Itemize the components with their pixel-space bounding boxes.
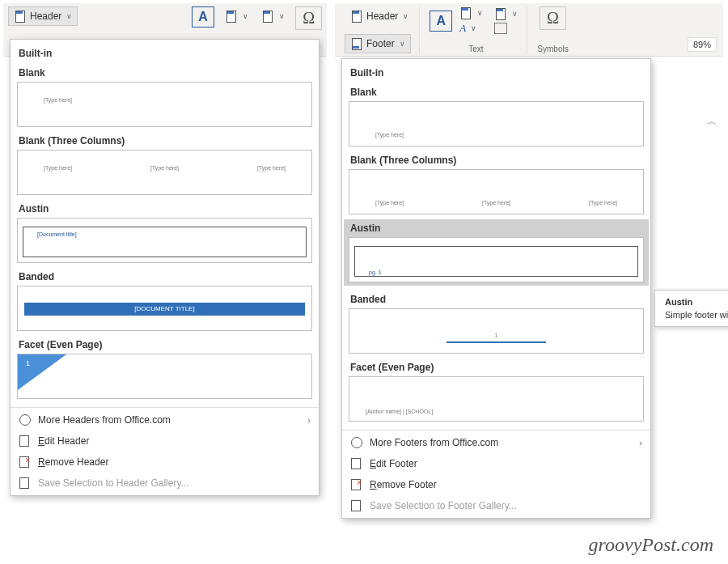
- watermark: groovyPost.com: [589, 534, 713, 556]
- gallery-item-three-columns[interactable]: Blank (Three Columns) [Type here] [Type …: [17, 132, 312, 195]
- thumb-banded: [DOCUMENT TITLE]: [17, 286, 312, 331]
- thumb-austin: [Document title]: [17, 218, 312, 263]
- chevron-down-icon: ∨: [400, 40, 405, 48]
- zoom-level[interactable]: 89%: [688, 37, 717, 52]
- edit-icon: [350, 458, 363, 469]
- omega-icon: Ω: [303, 9, 315, 28]
- thumb-facet: 1: [17, 354, 312, 399]
- quick-parts-button-r[interactable]: ∨: [455, 6, 487, 19]
- gallery-item-austin[interactable]: Austin [Document title]: [17, 200, 312, 263]
- textbox-icon[interactable]: A: [192, 6, 214, 28]
- globe-icon: [19, 414, 32, 426]
- wordart-icon: A: [459, 22, 466, 35]
- gallery-item-blank[interactable]: Blank [Type here]: [17, 64, 312, 127]
- date-time-button[interactable]: [490, 22, 522, 35]
- group-label-symbols: Symbols: [537, 45, 568, 53]
- thumb-austin: pg. 1: [349, 237, 644, 282]
- header-icon: [350, 11, 363, 22]
- quick-parts-icon: [459, 7, 472, 19]
- pane-footer-gallery: Header ∨ Footer ∨ A ∨ A∨ ∨: [335, 3, 723, 57]
- footer-icon: [350, 38, 363, 49]
- symbol-button[interactable]: Ω: [295, 6, 322, 30]
- ribbon-right: Header ∨ Footer ∨ A ∨ A∨ ∨: [335, 3, 723, 57]
- chevron-right-icon: ›: [639, 438, 642, 447]
- date-icon: [494, 23, 507, 34]
- symbols-button[interactable]: Ω: [540, 6, 566, 30]
- gallery-item-blank-r[interactable]: Blank [Type here]: [349, 83, 644, 146]
- thumb-blank: [Type here]: [349, 101, 644, 146]
- gallery-item-three-columns-r[interactable]: Blank (Three Columns) [Type here] [Type …: [349, 151, 644, 214]
- collapse-ribbon-icon[interactable]: ︿: [707, 115, 717, 129]
- wordart-button-r[interactable]: A∨: [455, 21, 487, 36]
- tooltip-desc: Simple footer with a page border: [665, 310, 728, 320]
- remove-header-button[interactable]: Remove Header: [11, 452, 319, 473]
- thumb-three-columns: [Type here] [Type here] [Type here]: [349, 169, 644, 214]
- thumb-banded: 1: [349, 308, 644, 354]
- remove-icon: [19, 456, 32, 468]
- thumb-three-columns: [Type here] [Type here] [Type here]: [17, 150, 312, 195]
- save-to-gallery-button-r: Save Selection to Footer Gallery...: [342, 495, 650, 516]
- pane-header-gallery: Header ∨ A ∨ ∨ Ω Built-in Blank: [3, 3, 327, 57]
- wordart-icon: [261, 11, 274, 22]
- header-dropdown-button[interactable]: Header ∨: [8, 6, 78, 26]
- header-icon: [14, 11, 27, 22]
- remove-footer-button[interactable]: Remove Footer: [342, 474, 650, 495]
- quick-parts-icon: [225, 11, 238, 22]
- edit-header-button[interactable]: Edit Header: [11, 430, 319, 452]
- dropcap-button[interactable]: ∨: [490, 7, 522, 20]
- tooltip-title: Austin: [665, 297, 728, 307]
- quick-parts-button[interactable]: ∨: [219, 6, 254, 26]
- footer-dropdown-button[interactable]: Footer ∨: [345, 34, 411, 53]
- thumb-blank: [Type here]: [17, 82, 312, 127]
- chevron-right-icon: ›: [307, 415, 311, 425]
- gallery-item-banded-r[interactable]: Banded 1: [349, 290, 644, 354]
- tooltip-austin: Austin Simple footer with a page border: [654, 290, 728, 327]
- gallery-item-facet-r[interactable]: Facet (Even Page) [Author name] | [SCHOO…: [349, 358, 644, 422]
- globe-icon: [350, 437, 363, 448]
- footer-gallery-dropdown: Built-in Blank [Type here] Blank (Three …: [341, 58, 651, 519]
- save-to-gallery-button: Save Selection to Header Gallery...: [11, 473, 319, 494]
- omega-icon: Ω: [547, 9, 559, 28]
- header-button-label: Header: [30, 11, 61, 22]
- header-gallery-dropdown: Built-in Blank [Type here] Blank (Three …: [10, 39, 320, 496]
- textbox-icon[interactable]: A: [430, 11, 452, 32]
- gallery-scroll[interactable]: Built-in Blank [Type here] Blank (Three …: [11, 40, 319, 407]
- gallery-section-label: Built-in: [349, 64, 644, 83]
- gallery-item-facet[interactable]: Facet (Even Page) 1: [17, 336, 312, 399]
- dropcap-icon: [494, 8, 507, 19]
- gallery-footer-menu-r: More Footers from Office.com › Edit Foot…: [342, 430, 650, 518]
- chevron-down-icon: ∨: [403, 12, 408, 20]
- more-footers-link[interactable]: More Footers from Office.com ›: [342, 432, 650, 453]
- thumb-facet: [Author name] | [SCHOOL]: [349, 376, 644, 422]
- wordart-button[interactable]: ∨: [256, 6, 290, 26]
- more-headers-link[interactable]: More Headers from Office.com ›: [11, 409, 319, 430]
- save-icon: [350, 500, 363, 511]
- gallery-item-banded[interactable]: Banded [DOCUMENT TITLE]: [17, 268, 312, 331]
- gallery-item-austin-r[interactable]: Austin pg. 1: [344, 219, 649, 286]
- remove-icon: [350, 479, 363, 490]
- gallery-section-label: Built-in: [17, 45, 312, 64]
- edit-footer-button[interactable]: Edit Footer: [342, 453, 650, 474]
- gallery-footer-menu: More Headers from Office.com › Edit Head…: [11, 407, 319, 495]
- chevron-down-icon: ∨: [66, 12, 72, 20]
- group-label-text: Text: [468, 45, 483, 53]
- header-dropdown-button-r[interactable]: Header ∨: [345, 6, 414, 26]
- save-icon: [19, 477, 32, 489]
- edit-icon: [19, 435, 32, 447]
- gallery-scroll-r[interactable]: Built-in Blank [Type here] Blank (Three …: [342, 59, 650, 430]
